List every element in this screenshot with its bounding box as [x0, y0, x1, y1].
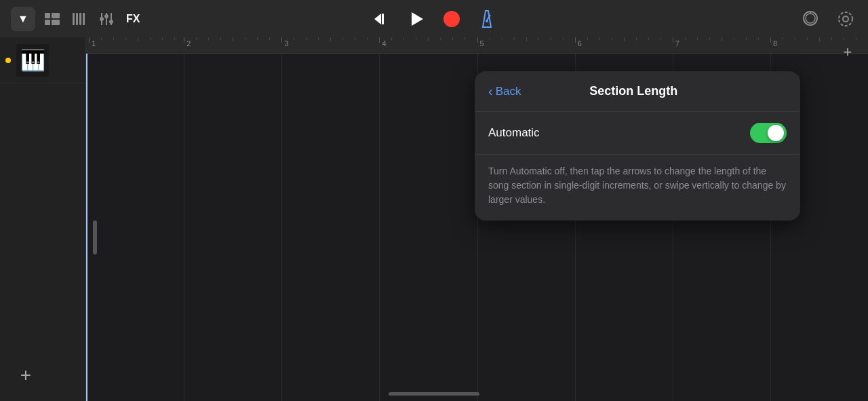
ruler-subtick [465, 37, 465, 40]
fx-button[interactable]: FX [123, 10, 142, 28]
ruler-subtick [746, 37, 747, 40]
track-header-item[interactable]: 🎹 [0, 37, 85, 83]
scrollbar[interactable] [93, 221, 106, 254]
dropdown-button[interactable]: ▼ [11, 7, 35, 31]
ruler-subtick [612, 37, 612, 40]
popup-title: Section Length [521, 84, 746, 98]
record-button[interactable] [439, 7, 464, 31]
view-tracks-button[interactable] [42, 10, 62, 28]
ruler-tick-8 [770, 37, 771, 43]
ruler-subtick [150, 37, 151, 40]
svg-point-24 [843, 16, 848, 22]
ruler-subtick [697, 37, 698, 40]
ruler-mark-8: 8 [770, 37, 777, 53]
ruler-subtick [709, 37, 710, 40]
ruler-subtick [624, 37, 625, 41]
metronome-icon [477, 9, 496, 28]
add-track-button[interactable]: + [14, 363, 38, 387]
add-section-button[interactable]: + [838, 43, 857, 62]
ruler-subtick [636, 37, 637, 40]
automatic-label: Automatic [488, 126, 540, 140]
svg-rect-15 [382, 14, 384, 24]
fx-label: FX [126, 13, 140, 25]
track-dot [5, 58, 11, 63]
ruler-tick-5 [477, 37, 478, 43]
popup-body: Automatic Turn Automatic off, then tap t… [475, 112, 800, 221]
equalizer-button[interactable] [96, 10, 117, 28]
ruler-mark-3: 3 [281, 37, 288, 53]
svg-rect-1 [52, 13, 60, 18]
svg-rect-4 [73, 13, 75, 25]
ruler-subtick [174, 37, 175, 40]
svg-rect-5 [76, 13, 78, 25]
ruler-subtick [125, 37, 126, 40]
ruler-label-5: 5 [477, 39, 484, 47]
chat-button[interactable] [799, 7, 822, 31]
section-length-popup: ‹ Back Section Length Automatic Turn Aut… [475, 71, 800, 221]
ruler-subtick [440, 37, 441, 40]
automatic-toggle[interactable] [750, 123, 787, 143]
ruler-subtick [113, 37, 114, 40]
svg-point-25 [839, 12, 852, 26]
ruler-subtick [587, 37, 588, 40]
rewind-icon [372, 9, 391, 28]
svg-point-20 [486, 20, 488, 22]
ruler-subtick [783, 37, 783, 40]
ruler-label-2: 2 [184, 39, 191, 47]
ruler-subtick [648, 37, 649, 40]
mixer-icon [72, 13, 87, 25]
svg-point-22 [806, 14, 815, 23]
popup-header: ‹ Back Section Length [475, 71, 800, 112]
view-mixer-button[interactable] [69, 10, 90, 28]
svg-point-13 [109, 20, 113, 24]
ruler-label-3: 3 [281, 39, 288, 47]
ruler-subtick [416, 37, 416, 40]
metronome-button[interactable] [475, 7, 499, 31]
ruler-subtick [257, 37, 258, 40]
description-row: Turn Automatic off, then tap the arrows … [475, 155, 800, 221]
settings-button[interactable] [834, 7, 857, 31]
ruler-subtick [306, 37, 307, 40]
ruler-tick-2 [184, 37, 184, 43]
ruler-subtick [734, 37, 734, 40]
svg-marker-14 [374, 14, 381, 24]
transport-controls [369, 7, 499, 31]
toolbar: ▼ [0, 0, 868, 37]
svg-rect-7 [83, 13, 85, 25]
ruler-mark-5: 5 [477, 37, 484, 53]
back-label: Back [496, 85, 521, 98]
ruler-marks: 12345678 [86, 37, 868, 53]
ruler-subtick [101, 37, 102, 40]
rewind-button[interactable] [369, 7, 393, 31]
ruler: 12345678 + [86, 37, 868, 54]
ruler-subtick [514, 37, 515, 40]
play-button[interactable] [404, 7, 429, 31]
ruler-label-6: 6 [575, 39, 582, 47]
svg-rect-6 [79, 13, 81, 25]
ruler-subtick [807, 37, 808, 40]
ruler-subtick [269, 37, 270, 40]
home-indicator [389, 392, 479, 396]
ruler-subtick [819, 37, 820, 41]
ruler-label-1: 1 [89, 39, 96, 47]
ruler-subtick [758, 37, 759, 40]
ruler-tick-7 [673, 37, 673, 43]
svg-rect-0 [45, 13, 50, 18]
track-headers: 🎹 + [0, 37, 86, 401]
grid-line [184, 54, 184, 401]
ruler-subtick [844, 37, 844, 40]
ruler-subtick [391, 37, 392, 40]
description-text: Turn Automatic off, then tap the arrows … [488, 164, 787, 207]
ruler-mark-7: 7 [673, 37, 679, 53]
ruler-tick-4 [379, 37, 380, 43]
ruler-subtick [208, 37, 209, 40]
add-track-icon: + [20, 364, 31, 386]
tracks-icon [45, 13, 60, 25]
chat-icon [802, 10, 819, 28]
settings-icon [837, 10, 854, 28]
ruler-label-8: 8 [770, 39, 777, 47]
ruler-mark-1: 1 [89, 37, 96, 53]
ruler-subtick [563, 37, 564, 40]
ruler-subtick [220, 37, 221, 40]
back-button[interactable]: ‹ Back [488, 83, 521, 99]
